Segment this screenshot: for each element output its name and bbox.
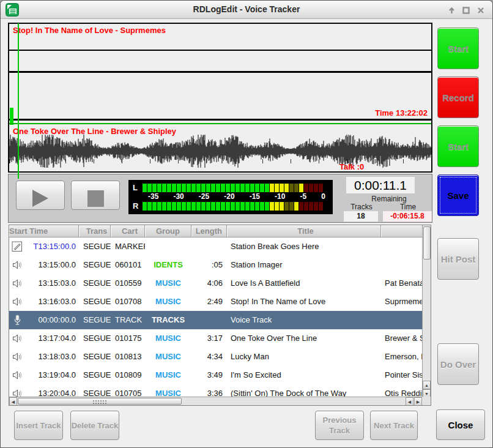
vu-segment (182, 184, 186, 192)
log-row[interactable]: T13:15:00.0SEGUEMARKERStation Break Goes… (9, 237, 431, 256)
vu-segment (280, 202, 284, 211)
start-time-cell: 13:15:00.0 (9, 256, 79, 274)
log-row[interactable]: 13:17:04.0SEGUE010175MUSIC3:17One Toke O… (9, 329, 431, 348)
length-cell (191, 311, 227, 329)
voice-track-pane: Time 13:22:02 (9, 75, 431, 121)
log-event-table: Start TimeTransCartGroupLengthTitle T13:… (9, 225, 431, 406)
column-header-group[interactable]: Group (145, 225, 191, 237)
cart-cell: 010708 (111, 293, 145, 311)
length-cell: 4:34 (191, 348, 227, 366)
delete-track-button[interactable]: Delete Track (70, 411, 119, 440)
insert-track-button[interactable]: Insert Track (14, 411, 63, 440)
start-time: 00:00:00.0 (25, 311, 79, 329)
vu-segment (196, 202, 201, 211)
start-time-cell: 00:00:00.0 (9, 311, 79, 329)
vu-segment (275, 202, 279, 211)
transition-cell: SEGUE (79, 237, 111, 256)
close-button[interactable]: Close (436, 409, 485, 440)
hit-post-button[interactable]: Hit Post (437, 238, 479, 280)
horizontal-scrollbar[interactable]: ◀ ◀ ▶ (9, 397, 423, 405)
log-row[interactable]: 13:15:00.0SEGUE060101IDENTS:05Station Im… (9, 256, 431, 274)
vu-segment (211, 202, 215, 211)
vu-segment (226, 184, 230, 192)
stop-icon (87, 190, 104, 207)
shade-window-button[interactable] (446, 5, 457, 16)
start-next-button[interactable]: Start (437, 125, 479, 167)
column-header-title[interactable]: Title (227, 225, 381, 237)
vu-meter: L -35-30-25-20-15-10-50 R (128, 180, 333, 214)
start-time: T13:15:00.0 (25, 237, 79, 256)
maximize-window-button[interactable] (461, 5, 472, 16)
column-header-start-time[interactable]: Start Time (9, 225, 79, 237)
meter-scale-label: -10 (275, 192, 285, 201)
vu-segment (250, 202, 254, 211)
scroll-left-button-2[interactable]: ◀ (406, 397, 413, 406)
vu-segment (182, 202, 186, 211)
remaining-time-value: -0:06:15.8 (383, 211, 432, 222)
vu-segment (255, 202, 259, 211)
vu-segment (299, 202, 303, 211)
log-row[interactable]: 13:19:04.0SEGUE010809MUSIC3:49I'm So Exc… (9, 366, 431, 384)
stop-button[interactable] (71, 181, 120, 210)
meter-scale-label: -35 (148, 192, 158, 201)
title-cell: I'm So Excited (227, 366, 381, 384)
transition-cell: SEGUE (79, 329, 111, 348)
vu-segment (245, 184, 250, 192)
group-cell: IDENTS (145, 256, 191, 274)
vertical-scrollbar-thumb[interactable] (423, 226, 431, 259)
log-row[interactable]: 13:16:03.0SEGUE010708MUSIC2:49Stop! In T… (9, 293, 431, 311)
vu-segment (260, 184, 264, 192)
play-button[interactable] (16, 181, 65, 210)
column-header-trans[interactable]: Trans (79, 225, 111, 237)
right-channel-segments (143, 202, 328, 211)
start-previous-button[interactable]: Start (437, 28, 479, 69)
vu-segment (289, 184, 294, 192)
playback-cursor (18, 23, 19, 179)
vu-segment (235, 202, 240, 211)
previous-track-button[interactable]: Previous Track (315, 411, 364, 440)
column-header-length[interactable]: Length (191, 225, 227, 237)
vu-segment (167, 184, 171, 192)
spacer-pane (9, 52, 431, 73)
vu-segment (221, 184, 225, 192)
table-body: T13:15:00.0SEGUEMARKERStation Break Goes… (9, 237, 431, 403)
vu-segment (235, 184, 240, 192)
vertical-scrollbar[interactable]: ▲ ▼ (422, 225, 431, 398)
start-time-cell: 13:16:03.0 (9, 293, 79, 311)
vu-segment (294, 202, 298, 211)
transition-cell: SEGUE (79, 293, 111, 311)
play-icon (32, 190, 48, 207)
group-cell: MUSIC (145, 293, 191, 311)
scroll-left-button[interactable]: ◀ (9, 397, 17, 406)
transition-cell: SEGUE (79, 311, 111, 329)
group-cell: MUSIC (145, 274, 191, 293)
vu-segment (147, 184, 152, 192)
column-header-cart[interactable]: Cart (111, 225, 145, 237)
scroll-right-button[interactable]: ▶ (414, 397, 422, 406)
vu-segment (191, 202, 196, 211)
start-time-cell: 13:18:03.0 (9, 348, 79, 366)
log-row[interactable]: 13:15:03.0SEGUE010559MUSIC4:06Love Is A … (9, 274, 431, 293)
do-over-button[interactable]: Do Over (437, 343, 479, 385)
group-cell: MUSIC (145, 348, 191, 366)
scrollbar-grip (92, 400, 107, 405)
vu-segment (240, 184, 245, 192)
log-row[interactable]: 13:18:03.0SEGUE010813MUSIC4:34Lucky ManE… (9, 348, 431, 366)
length-cell: 2:49 (191, 293, 227, 311)
speaker-icon (9, 329, 25, 348)
record-button[interactable]: Record (437, 77, 479, 118)
meter-scale: -35-30-25-20-15-10-50 (142, 192, 328, 201)
log-row-selected[interactable]: 00:00:00.0SEGUETRACKTRACKSVoice Track (9, 311, 431, 329)
vu-segment (147, 202, 152, 211)
vu-segment (260, 202, 264, 211)
scroll-up-button[interactable]: ▲ (423, 381, 431, 389)
close-window-button[interactable] (475, 5, 486, 16)
vu-segment (231, 184, 235, 192)
save-button[interactable]: Save (437, 174, 479, 216)
cart-cell: 060101 (111, 256, 145, 274)
cart-cell: 010175 (111, 329, 145, 348)
cart-cell: MARKER (111, 237, 145, 256)
horizontal-scrollbar-thumb[interactable] (18, 398, 182, 405)
next-track-button[interactable]: Next Track (370, 411, 418, 440)
start-time: 13:16:03.0 (25, 293, 79, 311)
